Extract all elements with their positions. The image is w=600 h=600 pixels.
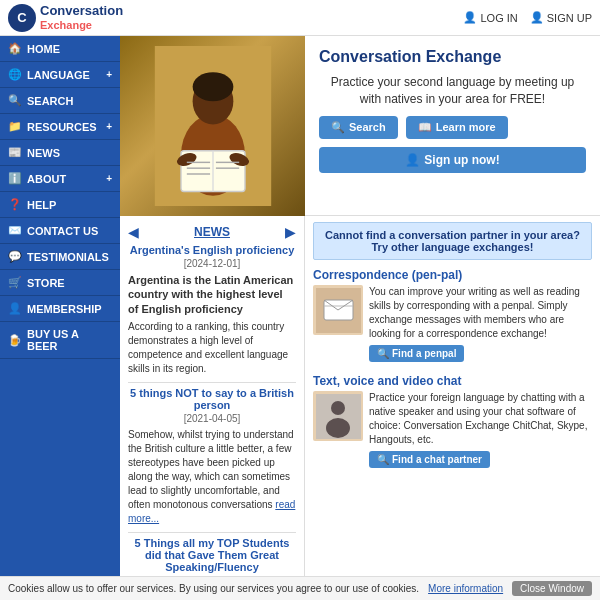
find-chat-label: Find a chat partner [392,454,482,465]
contact-icon: ✉️ [8,224,22,237]
sidebar-item-help[interactable]: ❓ HELP [0,192,120,218]
login-link[interactable]: 👤 LOG IN [463,11,517,24]
signup-link[interactable]: 👤 SIGN UP [530,11,592,24]
find-penpal-label: Find a penpal [392,348,456,359]
logo-line1: Conversation [40,4,123,18]
sidebar-item-resources[interactable]: 📁 RESOURCES + [0,114,120,140]
content-area: ◀ NEWS ▶ Argentina's English proficiency… [120,216,600,600]
hero-section: Conversation Exchange Practice your seco… [120,36,600,216]
user-icon: 👤 [463,11,477,24]
signup-button[interactable]: 👤 Sign up now! [319,147,586,173]
news-navigation: ◀ NEWS ▶ [128,224,296,240]
language-plus-icon: + [106,69,112,80]
sidebar-item-about-label: ABOUT [27,173,66,185]
testimonials-icon: 💬 [8,250,22,263]
home-icon: 🏠 [8,42,22,55]
hero-title: Conversation Exchange [319,48,586,66]
pen-pal-section: Correspondence (pen-pal) You can impro [313,268,592,366]
auth-links: 👤 LOG IN 👤 SIGN UP [463,11,592,24]
svg-point-18 [326,418,350,438]
hero-text-panel: Conversation Exchange Practice your seco… [305,36,600,215]
hero-image [120,36,305,216]
language-icon: 🌐 [8,68,22,81]
sidebar-item-search[interactable]: 🔍 SEARCH [0,88,120,114]
pen-pal-image [313,285,363,335]
pen-pal-text: You can improve your writing as well as … [369,285,592,341]
cookie-bar: Cookies allow us to offer our services. … [0,576,600,600]
sidebar-item-testimonials-label: TESTIMONIALS [27,251,109,263]
sidebar-item-news-label: NEWS [27,147,60,159]
sidebar-item-contact[interactable]: ✉️ CONTACT US [0,218,120,244]
cannot-find-box: Cannot find a conversation partner in yo… [313,222,592,260]
sidebar-item-about[interactable]: ℹ️ ABOUT + [0,166,120,192]
right-panel: Cannot find a conversation partner in yo… [305,216,600,600]
find-chat-partner-button[interactable]: 🔍 Find a chat partner [369,451,490,468]
chat-image [313,391,363,441]
news-divider2 [128,532,296,533]
hero-buttons: 🔍 Search 📖 Learn more [319,116,586,139]
sidebar-item-testimonials[interactable]: 💬 TESTIMONIALS [0,244,120,270]
logo-letter: C [17,10,26,25]
news-item2-date: [2021-04-05] [128,413,296,424]
header: C Conversation Exchange 👤 LOG IN 👤 SIGN … [0,0,600,36]
logo-line2: Exchange [40,19,123,31]
news-item2-text: Somehow, whilst trying to understand the… [128,428,296,526]
news-item1-text: According to a ranking, this country dem… [128,320,296,376]
membership-icon: 👤 [8,302,22,315]
about-plus-icon: + [106,173,112,184]
learn-more-button[interactable]: 📖 Learn more [406,116,508,139]
signup-label: SIGN UP [547,12,592,24]
layout: 🏠 HOME 🌐 LANGUAGE + 🔍 SEARCH 📁 RESOURCES… [0,36,600,600]
sidebar-item-store[interactable]: 🛒 STORE [0,270,120,296]
sidebar-item-home[interactable]: 🏠 HOME [0,36,120,62]
search-btn-label: Search [349,121,386,133]
hero-illustration [153,46,273,206]
chat-box: Practice your foreign language by chatti… [313,391,592,468]
news-item3-title: 5 Things all my TOP Students did that Ga… [128,537,296,573]
pen-pal-illustration [316,288,361,333]
penpal-icon: 🔍 [377,348,389,359]
login-label: LOG IN [480,12,517,24]
sidebar-item-beer-label: BUY US A BEER [27,328,112,352]
news-divider1 [128,382,296,383]
sidebar-item-membership-label: MEMBERSHIP [27,303,102,315]
main-content: Conversation Exchange Practice your seco… [120,36,600,600]
find-penpal-button[interactable]: 🔍 Find a penpal [369,345,464,362]
sidebar-item-beer[interactable]: 🍺 BUY US A BEER [0,322,120,359]
cookie-text: Cookies allow us to offer our services. … [8,583,419,594]
sidebar-item-language-label: LANGUAGE [27,69,90,81]
close-cookie-button[interactable]: Close Window [512,581,592,596]
news-item1-title: Argentina's English proficiency [128,244,296,256]
sidebar: 🏠 HOME 🌐 LANGUAGE + 🔍 SEARCH 📁 RESOURCES… [0,36,120,600]
cookie-more-info-link[interactable]: More information [428,583,503,594]
sidebar-item-store-label: STORE [27,277,65,289]
about-icon: ℹ️ [8,172,22,185]
beer-icon: 🍺 [8,334,22,347]
store-icon: 🛒 [8,276,22,289]
sidebar-item-language[interactable]: 🌐 LANGUAGE + [0,62,120,88]
chat-text: Practice your foreign language by chatti… [369,391,592,447]
resources-plus-icon: + [106,121,112,132]
news-next-arrow[interactable]: ▶ [285,224,296,240]
logo-text: Conversation Exchange [40,4,123,30]
pen-pal-title: Correspondence (pen-pal) [313,268,592,282]
signup-icon: 👤 [530,11,544,24]
news-item1-bold: Argentina is the Latin American country … [128,273,296,316]
chat-content: Practice your foreign language by chatti… [369,391,592,468]
news-section-title: NEWS [194,225,230,239]
chat-icon: 🔍 [377,454,389,465]
search-button[interactable]: 🔍 Search [319,116,398,139]
news-item2-title: 5 things NOT to say to a British person [128,387,296,411]
sidebar-item-help-label: HELP [27,199,56,211]
signup-btn-icon: 👤 [405,153,420,167]
chat-title: Text, voice and video chat [313,374,592,388]
news-icon: 📰 [8,146,22,159]
hero-subtitle: Practice your second language by meeting… [319,74,586,108]
sidebar-item-membership[interactable]: 👤 MEMBERSHIP [0,296,120,322]
logo-icon: C [8,4,36,32]
news-prev-arrow[interactable]: ◀ [128,224,139,240]
sidebar-item-home-label: HOME [27,43,60,55]
chat-illustration [316,394,361,439]
learn-more-label: Learn more [436,121,496,133]
sidebar-item-news[interactable]: 📰 NEWS [0,140,120,166]
